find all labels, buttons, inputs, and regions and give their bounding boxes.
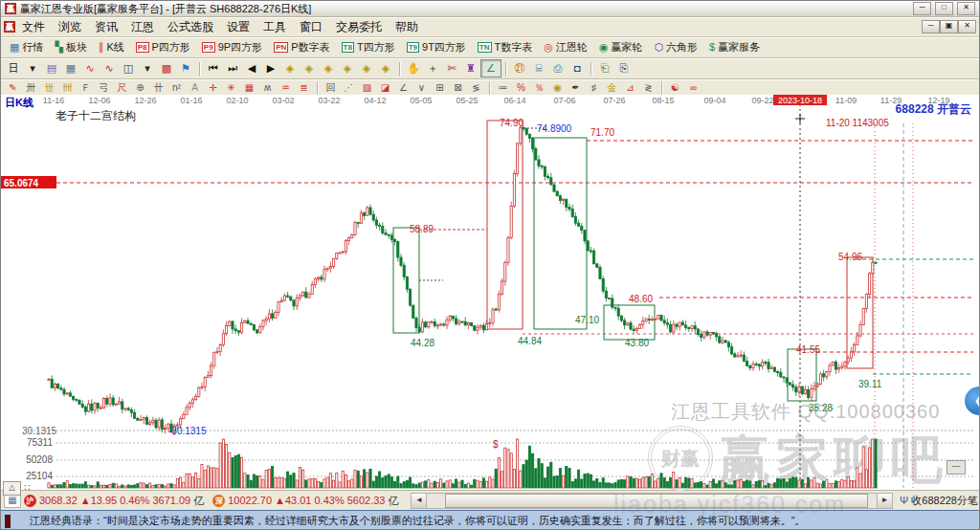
period-dropdown[interactable]: ▾ [23,60,42,77]
menu-window[interactable]: 窗口 [293,17,329,37]
golden-price-tool[interactable]: 金 [603,81,621,95]
chart-area[interactable]: 财赢 江恩工具软件 QQ:100800360 赢家聊吧 11-1612-0612… [1,95,980,490]
menu-trade-order[interactable]: 交易委托 [329,17,389,37]
menu-help[interactable]: 帮助 [389,17,425,37]
channel-tool[interactable]: ≶ [467,81,485,95]
first-page-button[interactable]: ⏮ [204,60,223,77]
square-number-tool[interactable]: n² [167,81,186,95]
percent-levels-tool[interactable]: ％ [530,81,548,95]
close-button[interactable]: ✕ [957,2,975,15]
kline-button[interactable]: ∥K线 [93,39,130,55]
menu-browse[interactable]: 浏览 [52,17,88,37]
last-page-button[interactable]: ⏭ [223,60,242,77]
maximize-button[interactable]: □ [935,2,953,15]
p-number-table-button[interactable]: PNP数字表 [268,39,335,55]
gold-target-tool[interactable]: ◉ [548,81,567,95]
next-button[interactable]: ▶ [261,60,280,77]
menu-gann[interactable]: 江恩 [124,17,161,37]
shade-box-tool[interactable]: ▨ [358,81,376,95]
step-chart-icon[interactable]: ∿ [100,60,119,77]
board-view-icon[interactable]: ▤ [42,60,61,77]
menu-formula-stock-pick[interactable]: 公式选股 [161,17,220,37]
report-button[interactable]: ⎙ [548,60,568,77]
volume-pane-toggle[interactable]: △ [3,481,21,496]
trend-tool-button[interactable]: ∠ [480,59,501,77]
winner-wheel-button[interactable]: ◉赢家轮 [593,39,649,55]
gann-cross-tool[interactable]: ✛ [204,81,222,95]
pan-hand-button[interactable]: ✋ [404,60,423,77]
calendar-button[interactable]: ㉑ [510,60,529,77]
golden-grid-tool[interactable]: 丗 [40,81,58,95]
expand-vertical-button[interactable]: ◈ [357,60,376,77]
half-box-tool[interactable]: ◪ [376,81,394,95]
p-square-button[interactable]: P8P四方形 [130,39,196,55]
grid-lines-tool[interactable]: 卅 [22,81,40,95]
pen-tool[interactable]: ✎ [4,81,22,95]
grid-box-tool[interactable]: ⊞ [431,81,449,95]
shrink-vertical-button[interactable]: ◈ [376,60,395,77]
cross-box-tool[interactable]: ⊠ [449,81,467,95]
infinity-tool[interactable]: ∞ [684,81,702,95]
export-button[interactable]: ⎗ [595,60,614,77]
cycle-tool[interactable]: ♒ [277,81,295,95]
price-levels-tool[interactable]: ≣ [295,81,313,95]
title-bar[interactable]: 赢 赢家江恩专业版[赢家服务平台] - [开普云 SH688228-276日K线… [1,1,979,17]
gann-wheel-button[interactable]: ◎江恩轮 [538,39,593,55]
zoom-out-button[interactable]: ◈ [280,60,300,77]
menu-file[interactable]: 文件 [15,17,52,37]
angle-tool[interactable]: ∠ [394,81,412,95]
prev-button[interactable]: ◀ [242,60,261,77]
save-button[interactable]: ◘ [568,60,587,77]
percent-tool[interactable]: % [512,81,530,95]
menu-tools[interactable]: 工具 [256,17,293,37]
9t-square-button[interactable]: T99T四方形 [401,39,472,55]
swing-tool[interactable]: ≷ [639,81,657,95]
child-close-button[interactable]: ✕ [958,20,976,33]
hexagon-button[interactable]: ⬡六角形 [648,39,703,55]
measure-button[interactable]: ✄ [442,60,461,77]
crosshair-button[interactable]: ＋ [423,60,442,77]
import-button[interactable]: ⎘ [614,60,634,77]
triangle-tool[interactable]: ⊿ [621,81,639,95]
shrink-horizontal-button[interactable]: ◈ [338,60,357,77]
scroll-left-button[interactable]: ◄ [412,494,427,508]
menu-news[interactable]: 资讯 [88,17,124,37]
quotes-button[interactable]: ▦行情 [4,39,49,55]
text-label-tool[interactable]: A [186,81,204,95]
child-restore-button[interactable]: ▣ [940,20,958,33]
minimize-button[interactable]: ─ [913,2,931,15]
kline-chart-canvas[interactable]: 11-1612-0612-2601-1602-1003-0203-2204-12… [1,95,980,490]
candle-type-dropdown[interactable]: ▾ [138,60,157,77]
9p-square-button[interactable]: P99P四方形 [196,39,268,55]
golden-section-tool[interactable]: 卌 [58,81,77,95]
arc-tool[interactable]: 弓 [95,81,113,95]
period-day-button[interactable]: 日 [4,60,23,77]
curve-chart-icon[interactable]: ∿ [80,60,100,77]
zoom-in-button[interactable]: ◈ [300,60,319,77]
menu-settings[interactable]: 设置 [220,17,256,37]
taiji-tool[interactable]: ☯ [666,81,684,95]
wave-tool[interactable]: ʍ [258,81,277,95]
t-number-table-button[interactable]: TNT数字表 [472,39,538,55]
ruler-tool[interactable]: 尺 [113,81,131,95]
zigzag-tool[interactable]: ∨ [412,81,431,95]
sharp-grid-tool[interactable]: ♯ [585,81,603,95]
ink-tool[interactable]: ✒ [567,81,585,95]
indicator-pane-icon[interactable]: ▩ [157,60,176,77]
child-minimize-button[interactable]: ─ [922,20,940,33]
ray-fan-tool[interactable]: ⋰ [340,81,358,95]
stats-tool[interactable]: ≔ [494,81,512,95]
signal-flag-icon[interactable]: ⚑ [176,60,195,77]
star-ray-tool[interactable]: ✳ [222,81,240,95]
pattern-tool-button[interactable]: ♜ [461,60,480,77]
period-panel-label[interactable]: 日K线 [5,97,33,108]
sectors-button[interactable]: ▚板块 [49,39,92,55]
matrix-view-icon[interactable]: ▦ [61,60,80,77]
panel-minimize-button[interactable]: — [947,460,966,475]
calculator-button[interactable]: ⌸ [529,60,548,77]
gann-box-tool[interactable]: ▦ [240,81,258,95]
candle-type-icon[interactable]: ◫ [119,60,138,77]
pane-indicator-icon[interactable]: ∷ [24,482,30,494]
rect-zone-tool[interactable]: 回 [322,81,340,95]
t-square-button[interactable]: T8T四方形 [336,39,401,55]
